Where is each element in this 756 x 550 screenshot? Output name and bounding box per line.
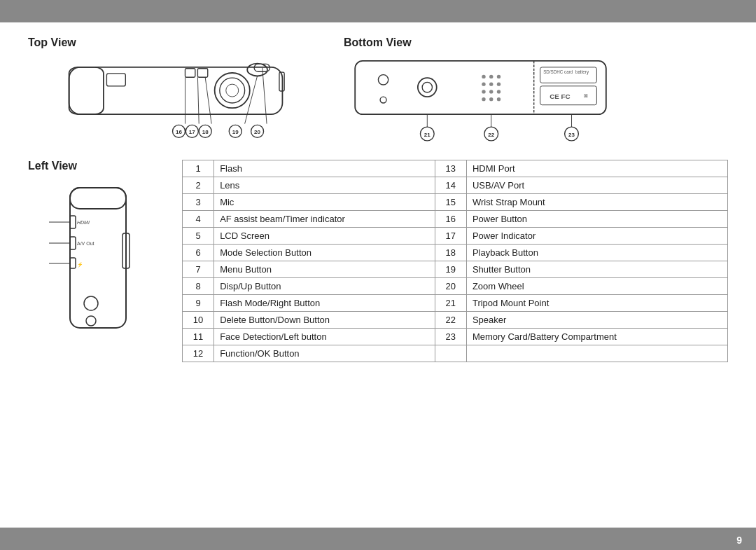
row-label2 — [466, 345, 727, 362]
svg-point-46 — [489, 97, 493, 101]
table-row: 1 Flash 13 HDMI Port — [183, 160, 728, 177]
top-view-title: Top View — [28, 36, 76, 49]
svg-text:19: 19 — [232, 129, 239, 135]
table-row: 10 Delete Button/Down Button 22 Speaker — [183, 312, 728, 329]
row-label2: HDMI Port — [466, 160, 727, 177]
ref-table-container: 1 Flash 13 HDMI Port 2 Lens 14 USB/AV Po… — [182, 160, 728, 362]
row-num2: 15 — [435, 194, 466, 211]
svg-line-15 — [262, 68, 267, 124]
bottom-bar: 9 — [0, 528, 756, 550]
row-num1: 7 — [183, 261, 214, 278]
svg-rect-63 — [70, 237, 76, 249]
table-row: 4 AF assist beam/Timer indicator 16 Powe… — [183, 211, 728, 228]
svg-point-47 — [497, 97, 500, 101]
views-row: Top View — [28, 36, 728, 146]
svg-rect-7 — [197, 69, 207, 78]
svg-text:20: 20 — [254, 129, 260, 135]
row-num1: 8 — [183, 278, 214, 295]
svg-text:HDMI: HDMI — [77, 220, 90, 225]
svg-point-4 — [226, 84, 239, 97]
row-label1: LCD Screen — [214, 228, 435, 245]
top-view-section: Top View — [28, 36, 344, 146]
top-view-camera: 16 17 18 19 20 — [49, 55, 315, 146]
svg-point-69 — [86, 316, 96, 326]
table-row: 8 Disp/Up Button 20 Zoom Wheel — [183, 278, 728, 295]
row-label1: AF assist beam/Timer indicator — [214, 211, 435, 228]
row-num2: 19 — [435, 261, 466, 278]
row-label1: Lens — [214, 177, 435, 194]
left-view-section: Left View HDMI A/V Out ⚡ — [28, 160, 168, 362]
svg-point-35 — [422, 82, 432, 92]
row-num2: 21 — [435, 295, 466, 312]
svg-text:battery: battery — [575, 69, 589, 75]
svg-point-38 — [497, 75, 500, 78]
svg-rect-65 — [70, 258, 76, 268]
row-num1: 9 — [183, 295, 214, 312]
svg-text:⊠: ⊠ — [584, 93, 588, 99]
svg-point-42 — [482, 90, 485, 93]
table-row: 5 LCD Screen 17 Power Indicator — [183, 228, 728, 245]
svg-point-36 — [482, 75, 485, 78]
bottom-view-title: Bottom View — [344, 36, 412, 49]
svg-text:18: 18 — [202, 129, 209, 135]
row-num1: 4 — [183, 211, 214, 228]
row-num2: 22 — [435, 312, 466, 329]
svg-point-8 — [247, 64, 267, 76]
svg-point-39 — [482, 82, 485, 85]
row-label1: Menu Button — [214, 261, 435, 278]
svg-rect-1 — [69, 67, 104, 114]
row-label2: Wrist Strap Mount — [466, 194, 727, 211]
row-num2: 13 — [435, 160, 466, 177]
row-num2: 20 — [435, 278, 466, 295]
row-label2: Zoom Wheel — [466, 278, 727, 295]
svg-line-13 — [205, 77, 211, 123]
svg-rect-6 — [185, 69, 195, 78]
row-label1: Disp/Up Button — [214, 278, 435, 295]
row-label1: Face Detection/Left button — [214, 329, 435, 345]
svg-text:21: 21 — [424, 132, 430, 138]
svg-point-3 — [220, 78, 245, 103]
row-label1: Delete Button/Down Button — [214, 312, 435, 329]
row-label2: Memory Card/Battery Compartment — [466, 329, 727, 345]
svg-text:⚡: ⚡ — [77, 261, 83, 268]
svg-point-44 — [497, 90, 500, 93]
top-bar — [0, 0, 756, 22]
row-num1: 1 — [183, 160, 214, 177]
bottom-view-section: Bottom View SD/SDHC card battery CE FC ⊠ — [344, 36, 728, 146]
table-row: 2 Lens 14 USB/AV Port — [183, 177, 728, 194]
svg-rect-61 — [70, 216, 76, 228]
svg-point-48 — [378, 75, 388, 85]
row-num1: 11 — [183, 329, 214, 345]
row-num2: 17 — [435, 228, 466, 245]
svg-point-49 — [380, 97, 386, 103]
row-num2: 18 — [435, 245, 466, 261]
svg-point-43 — [489, 90, 493, 93]
bottom-view-camera: SD/SDHC card battery CE FC ⊠ — [351, 55, 617, 146]
row-num1: 6 — [183, 245, 214, 261]
table-row: 3 Mic 15 Wrist Strap Mount — [183, 194, 728, 211]
svg-text:22: 22 — [488, 132, 494, 138]
row-label1: Mic — [214, 194, 435, 211]
svg-rect-5 — [106, 74, 125, 86]
svg-point-34 — [418, 78, 437, 97]
svg-point-41 — [497, 82, 500, 85]
row-num2: 16 — [435, 211, 466, 228]
row-num1: 5 — [183, 228, 214, 245]
left-view-camera: HDMI A/V Out ⚡ — [49, 181, 147, 342]
svg-text:16: 16 — [176, 129, 182, 135]
row-num1: 3 — [183, 194, 214, 211]
row-num1: 10 — [183, 312, 214, 329]
reference-table: 1 Flash 13 HDMI Port 2 Lens 14 USB/AV Po… — [182, 160, 728, 362]
left-view-title: Left View — [28, 160, 77, 172]
row-label2: Playback Button — [466, 245, 727, 261]
svg-point-45 — [482, 97, 485, 101]
svg-point-68 — [84, 296, 98, 310]
page-number: 9 — [736, 535, 742, 546]
row-num1: 12 — [183, 345, 214, 362]
row-label1: Flash — [214, 160, 435, 177]
row-label1: Function/OK Button — [214, 345, 435, 362]
svg-rect-60 — [70, 188, 126, 209]
table-row: 12 Function/OK Button — [183, 345, 728, 362]
row-num1: 2 — [183, 177, 214, 194]
svg-line-12 — [197, 77, 199, 123]
